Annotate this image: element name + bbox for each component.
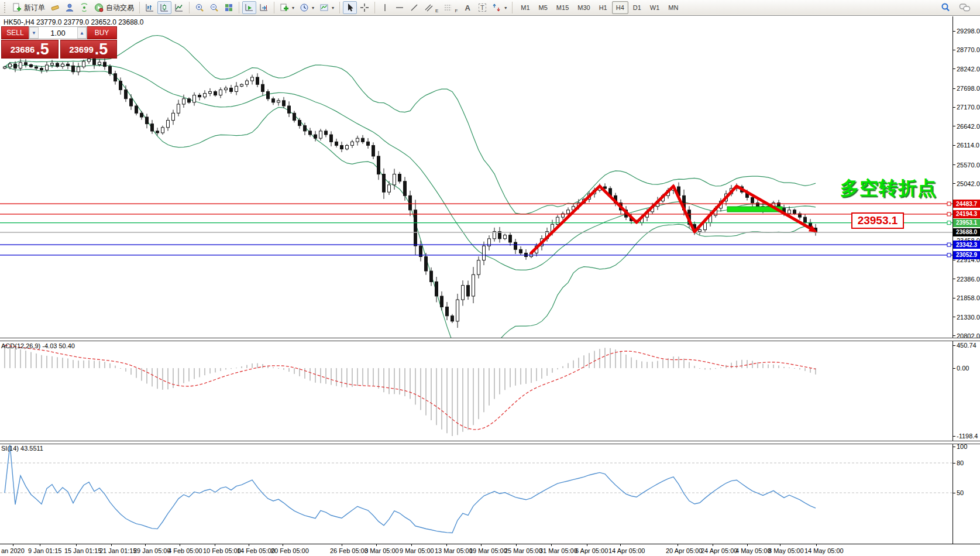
time-tick-mark xyxy=(780,544,780,546)
time-axis-label: 21 Jan 01:15 xyxy=(99,547,137,554)
text-label-button[interactable]: T xyxy=(475,1,489,14)
level-price-box[interactable]: 23953.1 xyxy=(851,212,904,229)
time-tick-mark xyxy=(551,544,552,546)
buy-price[interactable]: 23699 .5 xyxy=(60,40,118,59)
zoom-out-icon xyxy=(209,3,219,12)
timeframe-H4[interactable]: H4 xyxy=(612,1,628,14)
time-axis-label: 20 Feb 05:00 xyxy=(271,547,309,554)
tick-mark xyxy=(953,447,955,447)
bar-chart-button[interactable] xyxy=(143,1,157,14)
auto-scroll-icon xyxy=(245,3,254,12)
volume-increase-button[interactable]: ▲ xyxy=(77,27,87,39)
signals-button[interactable] xyxy=(77,1,91,14)
tick-mark xyxy=(953,345,955,346)
tick-mark xyxy=(953,31,955,32)
timeframe-MN[interactable]: MN xyxy=(664,1,682,14)
time-axis[interactable]: an 20209 Jan 01:1515 Jan 01:1521 Jan 01:… xyxy=(0,544,980,556)
price-axis[interactable]: 29298.028770.028242.027698.027170.026642… xyxy=(953,16,980,544)
candlestick-chart-icon xyxy=(160,3,169,12)
arrows-icon xyxy=(492,3,501,12)
timeframe-M5[interactable]: M5 xyxy=(535,1,552,14)
toolbar-grip[interactable] xyxy=(4,2,8,13)
community-chat-button[interactable] xyxy=(957,1,973,14)
horizontal-line-button[interactable] xyxy=(393,1,407,14)
templates-button[interactable]: ▾ xyxy=(317,1,336,14)
sell-button[interactable]: SELL xyxy=(1,26,29,39)
chart-shift-button[interactable] xyxy=(257,1,271,14)
zoom-out-button[interactable] xyxy=(207,1,221,14)
timeframe-W1[interactable]: W1 xyxy=(646,1,664,14)
time-axis-label: 26 Feb 05:00 xyxy=(330,547,368,554)
bull-bear-turning-point-annotation[interactable]: 多空转折点 xyxy=(840,176,937,201)
cursor-button[interactable] xyxy=(343,1,357,14)
time-tick-mark xyxy=(747,544,748,546)
price-tick: 25042.0 xyxy=(953,180,980,187)
time-tick-mark xyxy=(180,544,180,546)
time-axis-label: 4 May 05:00 xyxy=(735,547,771,554)
price-tick: 26642.0 xyxy=(953,123,980,130)
volume-decrease-button[interactable]: ▼ xyxy=(29,27,39,39)
crosshair-button[interactable] xyxy=(357,1,372,14)
tile-windows-button[interactable] xyxy=(222,1,236,14)
timeframe-H1[interactable]: H1 xyxy=(595,1,611,14)
main-chart-pane[interactable] xyxy=(0,16,953,338)
timeframe-D1[interactable]: D1 xyxy=(629,1,645,14)
vertical-line-button[interactable] xyxy=(378,1,392,14)
timeframe-M30[interactable]: M30 xyxy=(573,1,594,14)
macd-axis-tick: 450.74 xyxy=(953,342,976,349)
trendline-button[interactable] xyxy=(407,1,421,14)
tick-mark xyxy=(953,183,955,184)
time-tick-mark xyxy=(13,544,13,546)
macd-axis-tick: 0.00 xyxy=(953,365,969,372)
timeframe-M15[interactable]: M15 xyxy=(552,1,573,14)
time-tick-mark xyxy=(713,544,713,546)
zoom-in-icon xyxy=(195,3,204,12)
line-chart-button[interactable] xyxy=(172,1,186,14)
auto-trading-button[interactable]: 自动交易 xyxy=(92,1,136,14)
candlestick-chart-button[interactable] xyxy=(157,1,171,14)
price-tick: 21330.0 xyxy=(953,314,980,321)
cursor-icon xyxy=(345,3,355,12)
arrows-button[interactable]: ▾ xyxy=(490,1,509,14)
tick-mark xyxy=(953,493,955,493)
auto-scroll-button[interactable] xyxy=(242,1,256,14)
indicators-button[interactable]: ▾ xyxy=(277,1,297,14)
tick-mark xyxy=(953,126,955,126)
tick-mark xyxy=(953,298,955,298)
indicators-icon xyxy=(280,3,289,12)
text-button[interactable]: A xyxy=(460,1,474,14)
time-tick-mark xyxy=(516,544,517,546)
price-level-badge: 24194.3 xyxy=(953,210,980,218)
chart-ohlc-title: HK50-,H4 23779.0 23779.0 23652.0 23688.0 xyxy=(4,18,144,26)
buy-price-main: 23699 xyxy=(69,42,94,57)
chart-shift-icon xyxy=(259,3,269,12)
styler-button[interactable] xyxy=(48,1,62,14)
sell-price[interactable]: 23686 .5 xyxy=(1,40,59,59)
trendline-icon xyxy=(410,3,419,12)
pane-splitter[interactable] xyxy=(0,338,980,341)
pane-splitter[interactable] xyxy=(0,441,980,444)
dropdown-caret: ▾ xyxy=(312,5,314,11)
fibonacci-icon xyxy=(443,3,452,12)
volume-value[interactable]: 1.00 xyxy=(39,27,77,39)
fibonacci-button[interactable]: F xyxy=(441,1,460,14)
price-tick: 29298.0 xyxy=(953,28,980,35)
zoom-in-button[interactable] xyxy=(192,1,207,14)
time-axis-label: 14 Feb 05:00 xyxy=(237,547,275,554)
timeframe-M1[interactable]: M1 xyxy=(517,1,534,14)
rsi-pane[interactable] xyxy=(0,444,953,543)
crosshair-icon xyxy=(360,3,369,12)
new-order-button[interactable]: 新订单 xyxy=(10,1,47,14)
time-axis-label: 20 Apr 05:00 xyxy=(666,547,702,554)
toolbar-separator xyxy=(139,2,140,13)
time-axis-label: 4 Feb 05:00 xyxy=(168,547,202,554)
buy-button[interactable]: BUY xyxy=(87,26,117,39)
equidistant-channel-button[interactable]: E xyxy=(422,1,441,14)
time-axis-label: 9 Mar 05:00 xyxy=(400,547,434,554)
macd-pane[interactable] xyxy=(0,341,953,440)
time-tick-mark xyxy=(620,544,621,546)
tick-mark xyxy=(953,368,955,369)
search-button[interactable] xyxy=(938,1,953,14)
profile-button[interactable] xyxy=(63,1,77,14)
periods-button[interactable]: ▾ xyxy=(297,1,317,14)
